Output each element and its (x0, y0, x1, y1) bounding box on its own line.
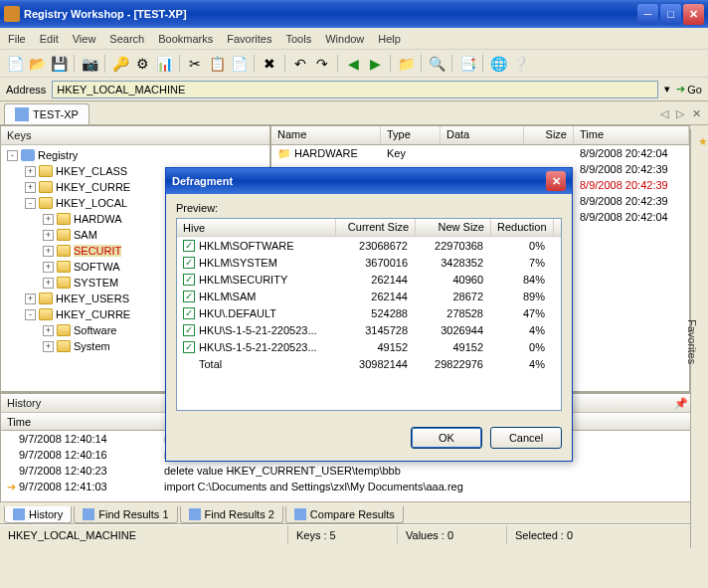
expand-icon[interactable]: + (43, 230, 54, 241)
settings-icon[interactable]: ⚙ (133, 55, 151, 73)
hive-row[interactable]: ✓HKU\S-1-5-21-220523...49152491520% (177, 338, 561, 355)
tab-icon (189, 508, 201, 520)
dropdown-icon[interactable]: ▾ (664, 83, 670, 96)
expand-icon[interactable]: - (25, 309, 36, 320)
tree-label: System (74, 340, 110, 352)
undo-icon[interactable]: ↶ (291, 55, 309, 73)
bookmark-icon[interactable]: 📑 (458, 55, 476, 73)
checkbox-icon[interactable]: ✓ (183, 341, 195, 353)
new-icon[interactable]: 📄 (6, 55, 24, 73)
ok-button[interactable]: OK (411, 427, 482, 449)
tab-close-icon[interactable]: ✕ (689, 107, 703, 121)
binary-icon[interactable]: 📊 (155, 55, 173, 73)
hive-row[interactable]: ✓HKU\.DEFAULT52428827852847% (177, 304, 561, 321)
menu-tools[interactable]: Tools (286, 33, 312, 45)
menu-help[interactable]: Help (378, 33, 401, 45)
expand-icon[interactable]: + (43, 341, 54, 352)
forward-icon[interactable]: ▶ (366, 55, 384, 73)
checkbox-icon[interactable]: ✓ (183, 257, 195, 269)
hive-row[interactable]: ✓HKU\S-1-5-21-220523...314572830269444% (177, 321, 561, 338)
expand-icon[interactable]: + (43, 262, 54, 273)
help-icon[interactable]: ❔ (511, 55, 529, 73)
col-name[interactable]: Name (271, 126, 381, 144)
col-current-size[interactable]: Current Size (336, 219, 416, 236)
tab-bar: TEST-XP ◁ ▷ ✕ (0, 101, 708, 125)
list-row[interactable]: 📁 HARDWAREKey8/9/2008 20:42:04 (271, 145, 689, 161)
menu-search[interactable]: Search (109, 33, 144, 45)
redo-icon[interactable]: ↷ (313, 55, 331, 73)
favorites-label: Favorites (686, 319, 698, 364)
tab-prev-icon[interactable]: ◁ (657, 107, 671, 121)
dialog-close-button[interactable]: ✕ (546, 171, 566, 191)
expand-icon[interactable]: + (25, 166, 36, 177)
checkbox-icon[interactable]: ✓ (183, 291, 195, 302)
cut-icon[interactable]: ✂ (186, 55, 204, 73)
expand-icon[interactable]: + (43, 278, 54, 289)
checkbox-icon[interactable]: ✓ (183, 324, 195, 336)
hive-row[interactable]: ✓HKLM\SECURITY2621444096084% (177, 271, 561, 288)
col-new-size[interactable]: New Size (416, 219, 491, 236)
open-icon[interactable]: 📂 (28, 55, 46, 73)
bottom-tab-compare-results[interactable]: Compare Results (285, 506, 404, 523)
folder-icon (39, 197, 53, 209)
go-button[interactable]: ➔Go (676, 83, 702, 96)
hive-row[interactable]: ✓HKLM\SAM2621442867289% (177, 288, 561, 304)
hive-row[interactable]: ✓HKLM\SYSTEM367001634283527% (177, 254, 561, 271)
menu-edit[interactable]: Edit (40, 33, 59, 45)
bottom-tab-history[interactable]: History (4, 506, 72, 523)
dialog-titlebar: Defragment ✕ (166, 168, 572, 194)
bottom-tab-find-results-1[interactable]: Find Results 1 (74, 506, 177, 523)
paste-icon[interactable]: 📄 (230, 55, 248, 73)
history-row[interactable]: ➔9/7/2008 12:41:03import C:\Documents an… (1, 479, 707, 494)
menu-file[interactable]: File (8, 33, 26, 45)
maximize-button[interactable]: □ (660, 4, 681, 25)
col-reduction[interactable]: Reduction (491, 219, 554, 236)
expand-icon[interactable]: + (25, 294, 36, 304)
bottom-tab-find-results-2[interactable]: Find Results 2 (180, 506, 283, 523)
up-icon[interactable]: 📁 (397, 55, 415, 73)
delete-icon[interactable]: ✖ (261, 55, 278, 73)
menu-view[interactable]: View (73, 33, 96, 45)
col-time[interactable]: Time (574, 126, 689, 144)
tab-testxp[interactable]: TEST-XP (4, 103, 89, 124)
menu-window[interactable]: Window (325, 33, 364, 45)
tree-label: HARDWA (74, 213, 121, 225)
expand-icon[interactable]: - (7, 150, 18, 161)
menu-bookmarks[interactable]: Bookmarks (158, 33, 213, 45)
col-hive[interactable]: Hive (177, 219, 336, 236)
expand-icon[interactable]: - (25, 198, 36, 209)
copy-icon[interactable]: 📋 (208, 55, 226, 73)
folder-icon (57, 340, 71, 352)
menu-favorites[interactable]: Favorites (227, 33, 271, 45)
tab-next-icon[interactable]: ▷ (673, 107, 687, 121)
address-input[interactable] (52, 81, 658, 98)
hive-row[interactable]: ✓HKLM\SOFTWARE23068672229703680% (177, 237, 561, 254)
save-icon[interactable]: 💾 (50, 55, 68, 73)
checkbox-icon[interactable]: ✓ (183, 274, 195, 286)
col-data[interactable]: Data (441, 126, 524, 144)
expand-icon[interactable]: + (25, 182, 36, 193)
favorites-sidebar[interactable]: ★ Favorites (690, 129, 708, 548)
col-time[interactable]: Time (7, 416, 31, 428)
expand-icon[interactable]: + (43, 246, 54, 257)
expand-icon[interactable]: + (43, 214, 54, 225)
checkbox-icon[interactable]: ✓ (183, 307, 195, 319)
cancel-button[interactable]: Cancel (490, 427, 562, 449)
world-icon[interactable]: 🌐 (489, 55, 507, 73)
back-icon[interactable]: ◀ (344, 55, 362, 73)
checkbox-icon[interactable]: ✓ (183, 240, 195, 252)
expand-icon[interactable]: + (43, 325, 54, 336)
folder-icon (57, 324, 71, 336)
close-button[interactable]: ✕ (683, 4, 704, 25)
col-size[interactable]: Size (524, 126, 574, 144)
minimize-button[interactable]: ─ (637, 4, 658, 25)
tree-row[interactable]: -Registry (1, 147, 269, 163)
hive-list[interactable]: Hive Current Size New Size Reduction ✓HK… (176, 218, 562, 411)
folder-icon (39, 165, 53, 177)
camera-icon[interactable]: 📷 (81, 55, 98, 73)
history-row[interactable]: 9/7/2008 12:40:23delete value HKEY_CURRE… (1, 463, 707, 479)
search-icon[interactable]: 🔍 (428, 55, 445, 73)
col-type[interactable]: Type (381, 126, 441, 144)
key-icon[interactable]: 🔑 (111, 55, 129, 73)
tab-icon (83, 508, 94, 520)
